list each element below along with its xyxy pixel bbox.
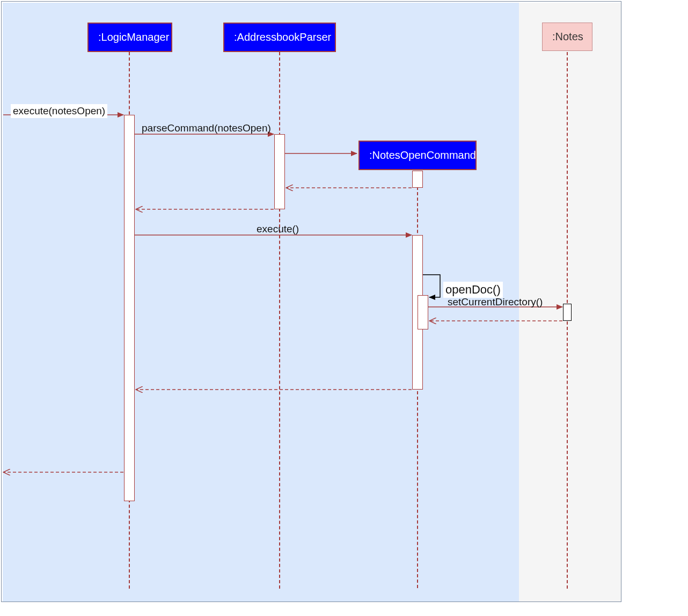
lifeline-addressbook-parser [279,52,280,589]
participant-notes: :Notes [542,23,592,51]
activation-addressbook-parser [274,134,285,209]
message-parse-command: parseCommand(notesOpen) [140,121,273,135]
participant-label: :NotesOpenCommand [369,149,476,161]
activation-notes [563,304,572,321]
region-logic [3,3,519,602]
message-execute-call: execute() [254,222,301,236]
participant-label: :AddressbookParser [234,31,331,43]
participant-label: :LogicManager [98,31,169,43]
participant-label: :Notes [552,31,583,42]
message-execute-in: execute(notesOpen) [11,104,107,118]
activation-notes-open-command-create [412,171,423,188]
participant-logic-manager: :LogicManager [87,23,172,52]
activation-notes-open-command-opendoc [418,295,428,329]
participant-addressbook-parser: :AddressbookParser [223,23,336,52]
sequence-diagram: :LogicManager :AddressbookParser :NotesO… [0,0,688,616]
message-set-current-directory: setCurrentDirectory() [445,295,545,309]
participant-notes-open-command: :NotesOpenCommand [358,141,477,170]
activation-logic-manager [124,115,135,501]
